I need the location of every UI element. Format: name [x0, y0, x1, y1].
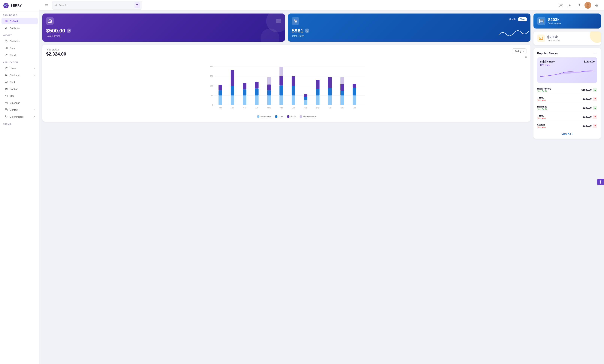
- svg-rect-8: [7, 28, 7, 29]
- sidebar-item-chart[interactable]: Chart: [1, 52, 38, 58]
- svg-rect-83: [292, 86, 295, 96]
- earning-card-menu[interactable]: ···: [276, 19, 281, 23]
- svg-rect-13: [6, 48, 7, 49]
- chart-section: Total Growth $2,324.00 Today ▾ ≡: [42, 45, 530, 122]
- svg-text:180: 180: [210, 85, 213, 87]
- order-trend-icon: ↘: [305, 28, 309, 33]
- svg-point-114: [600, 181, 601, 183]
- svg-point-0: [3, 3, 9, 8]
- svg-rect-99: [340, 91, 344, 96]
- sidebar-item-ecommerce[interactable]: E-commerce ▾: [1, 113, 38, 120]
- svg-text:Oct: Oct: [328, 107, 331, 109]
- order-label: Total Order: [292, 35, 527, 37]
- svg-rect-100: [340, 84, 344, 91]
- stock-row: Bajaj Finery 10% Profit $1839.00 ▲: [537, 85, 597, 94]
- svg-rect-20: [6, 88, 7, 89]
- ecommerce-chevron-icon: ▾: [34, 116, 35, 118]
- signal-button[interactable]: [557, 2, 564, 9]
- shopping-icon: [293, 19, 298, 23]
- svg-rect-98: [340, 96, 344, 105]
- stock-trend-icon: ▼: [593, 97, 597, 101]
- svg-rect-18: [5, 81, 7, 83]
- translate-button[interactable]: A文: [566, 2, 573, 9]
- bell-button[interactable]: [576, 2, 582, 9]
- svg-point-119: [599, 181, 600, 181]
- order-amount: $961 ↘: [292, 28, 527, 34]
- legend-maintenance: Maintenance: [300, 115, 316, 118]
- stock-pct: 10% loss: [537, 126, 546, 128]
- svg-point-116: [600, 183, 601, 184]
- legend-loss: Loss: [275, 115, 283, 118]
- toggle-month-button[interactable]: Month: [507, 17, 517, 21]
- svg-point-30: [7, 117, 7, 118]
- view-all-link[interactable]: View All: [562, 132, 571, 135]
- svg-rect-70: [255, 82, 259, 88]
- svg-text:Nov: Nov: [340, 107, 344, 109]
- chart-hamburger-icon[interactable]: ≡: [525, 55, 527, 59]
- stock-name: Stolon: [537, 123, 546, 126]
- svg-rect-21: [7, 88, 7, 90]
- sidebar-item-contact[interactable]: Contact ▾: [1, 106, 38, 113]
- kanban-icon: [4, 87, 8, 91]
- sidebar-item-default[interactable]: Default: [1, 18, 38, 25]
- statistics-icon: [4, 39, 8, 43]
- stock-price: $189.00: [583, 125, 591, 127]
- sidebar-item-chat[interactable]: Chat: [1, 79, 38, 85]
- stocks-more-icon[interactable]: ···: [594, 51, 597, 55]
- sidebar-item-customer[interactable]: Customer ▾: [1, 72, 38, 78]
- income-top-label: Total Income: [548, 22, 561, 25]
- legend-profit: Profit: [287, 115, 296, 118]
- sidebar-item-calendar-label: Calendar: [10, 101, 20, 104]
- float-settings-button[interactable]: [597, 179, 604, 185]
- income-card-bottom: $203k Total Income: [533, 32, 601, 45]
- toggle-year-button[interactable]: Year: [518, 17, 527, 21]
- settings-button[interactable]: [593, 2, 600, 9]
- svg-text:90: 90: [211, 95, 214, 97]
- analytics-icon: [4, 26, 8, 30]
- svg-point-121: [601, 181, 602, 181]
- sidebar-item-data[interactable]: Data: [1, 45, 38, 51]
- filter-button[interactable]: [135, 2, 140, 8]
- stock-rows: Bajaj Finery 10% Profit $1839.00 ▲ TTML …: [537, 85, 597, 130]
- svg-rect-86: [304, 100, 307, 105]
- svg-rect-91: [316, 89, 320, 96]
- ecommerce-icon: [4, 115, 8, 118]
- svg-text:Jul: Jul: [292, 107, 295, 109]
- avatar[interactable]: [584, 2, 591, 9]
- app-name: BERRY: [11, 4, 22, 7]
- stock-row: Stolon 10% loss $189.00 ▼: [537, 121, 597, 130]
- cards-row: ··· $500.00 ↗ Total Earning: [42, 13, 530, 42]
- sidebar-item-users[interactable]: Users ▾: [1, 65, 38, 72]
- header: A文: [39, 0, 604, 11]
- sidebar-item-kanban-label: Kanban: [10, 88, 18, 90]
- svg-rect-95: [328, 88, 332, 96]
- legend-profit-dot: [287, 115, 289, 118]
- sidebar-item-kanban[interactable]: Kanban: [1, 86, 38, 92]
- period-button[interactable]: Today ▾: [512, 48, 527, 54]
- sidebar-item-calendar[interactable]: Calendar: [1, 100, 38, 106]
- search-input[interactable]: [59, 4, 133, 7]
- featured-stock-name: Bajaj Finery: [540, 60, 555, 63]
- svg-rect-72: [267, 96, 271, 105]
- legend-investment-dot: [257, 115, 259, 118]
- sidebar-item-mail[interactable]: Mail: [1, 92, 38, 99]
- svg-rect-107: [540, 19, 543, 23]
- svg-rect-101: [340, 77, 344, 84]
- order-card-icon: [292, 17, 299, 25]
- svg-point-14: [5, 67, 6, 68]
- svg-text:Jun: Jun: [280, 107, 283, 109]
- svg-point-43: [50, 21, 51, 22]
- svg-rect-32: [45, 5, 48, 5]
- svg-point-115: [600, 180, 601, 181]
- sidebar-item-analytics[interactable]: Analytics: [1, 25, 38, 31]
- svg-rect-19: [5, 88, 6, 90]
- svg-point-117: [599, 182, 599, 182]
- svg-text:Dec: Dec: [353, 107, 356, 109]
- menu-button[interactable]: [43, 2, 50, 9]
- dashboard-section-label: Dashboard: [0, 12, 39, 17]
- income-top-amount: $203k: [548, 17, 561, 22]
- signal-icon: [559, 4, 563, 7]
- featured-stock: Bajaj Finery $1839.00 10% Profit: [537, 57, 597, 83]
- sidebar-item-statistics[interactable]: Statistics: [1, 38, 38, 44]
- svg-text:Mar: Mar: [243, 107, 246, 109]
